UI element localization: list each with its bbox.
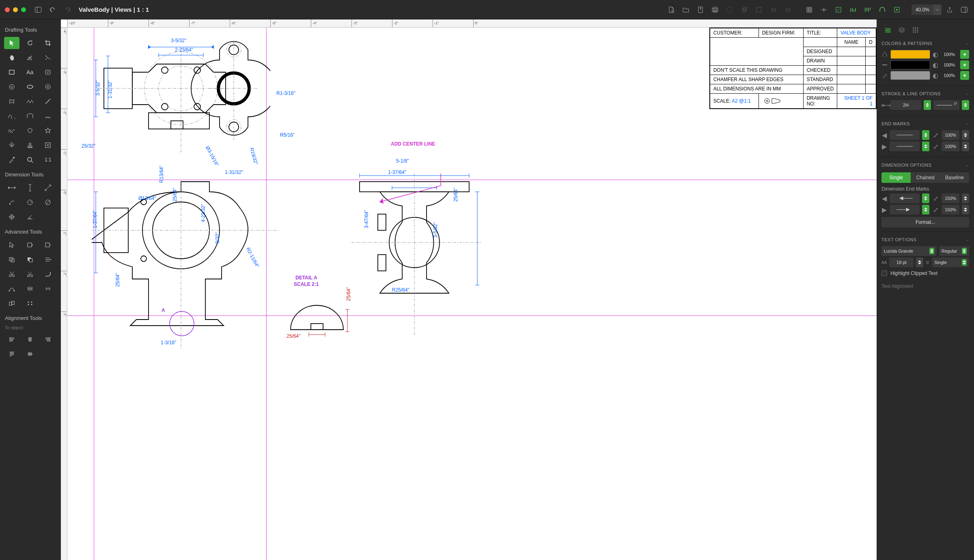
remove-point-tool[interactable] bbox=[40, 239, 56, 251]
align-left-tool[interactable] bbox=[4, 333, 19, 345]
end-marks-header[interactable]: END MARKS⌄ bbox=[881, 118, 969, 129]
radius-dim-tool[interactable] bbox=[22, 196, 38, 208]
break-tool[interactable] bbox=[22, 268, 38, 280]
union-tool[interactable] bbox=[4, 253, 19, 266]
dim-start-mark-stepper[interactable] bbox=[922, 193, 929, 203]
new-doc-button[interactable] bbox=[665, 3, 678, 16]
rotate-tool[interactable] bbox=[22, 37, 38, 49]
add-fill-button[interactable]: + bbox=[960, 50, 969, 59]
snap-button[interactable] bbox=[817, 3, 830, 16]
drawing-canvas[interactable]: -10"-9"-8"-7"-6"-5"-4"-3"-2"-1"0" -4"-3"… bbox=[61, 19, 877, 560]
dimension-mode-segmented[interactable]: Single Chained Baseline bbox=[881, 172, 969, 183]
font-size-input[interactable]: 18 pt bbox=[889, 257, 914, 267]
text-options-header[interactable]: TEXT OPTIONS⌄ bbox=[881, 234, 969, 245]
minimize-window-button[interactable] bbox=[13, 7, 18, 12]
line-spacing-select[interactable]: Single bbox=[932, 257, 969, 267]
join-tool[interactable] bbox=[4, 283, 19, 295]
wave2-button[interactable] bbox=[861, 3, 874, 16]
align-top-tool[interactable] bbox=[4, 348, 19, 360]
end-size-stepper[interactable] bbox=[962, 142, 969, 151]
zoom-selector[interactable]: 40.0% bbox=[912, 4, 942, 15]
vertical-dim-tool[interactable] bbox=[22, 182, 38, 194]
format-button[interactable]: Format... bbox=[881, 217, 969, 227]
zoom-tool[interactable] bbox=[22, 154, 38, 166]
center-mark-tool[interactable] bbox=[4, 211, 19, 223]
zoom-window-button[interactable] bbox=[21, 7, 26, 12]
actual-size-tool[interactable]: 1:1 bbox=[40, 154, 56, 166]
eyedropper-tool[interactable] bbox=[4, 154, 19, 166]
offset-tool[interactable] bbox=[40, 253, 56, 266]
align-center-h-tool[interactable] bbox=[22, 333, 38, 345]
share-button[interactable] bbox=[943, 3, 956, 16]
start-size-stepper[interactable] bbox=[962, 130, 969, 140]
diameter-dim-tool[interactable] bbox=[40, 196, 56, 208]
grid-tab[interactable] bbox=[909, 24, 922, 36]
add-point-tool[interactable] bbox=[22, 239, 38, 251]
select-tool[interactable] bbox=[4, 37, 19, 49]
zoom-dropdown-icon[interactable] bbox=[933, 4, 942, 15]
blob-tool[interactable] bbox=[22, 124, 38, 137]
cut-path-tool[interactable] bbox=[4, 268, 19, 280]
circle-r-tool[interactable]: R bbox=[40, 81, 56, 93]
print-button[interactable] bbox=[709, 3, 722, 16]
weight-stepper-arrows[interactable] bbox=[924, 100, 931, 110]
stroke-line-header[interactable]: STROKE & LINE OPTIONS⌄ bbox=[881, 88, 969, 99]
end-mark-select[interactable] bbox=[890, 142, 920, 151]
close-window-button[interactable] bbox=[5, 7, 10, 12]
skip-fwd-button[interactable] bbox=[782, 3, 795, 16]
stamp-tool[interactable] bbox=[22, 139, 38, 151]
end-mark-size[interactable]: 100% bbox=[942, 142, 959, 151]
link-tool[interactable] bbox=[40, 283, 56, 295]
hatch-tool[interactable] bbox=[4, 139, 19, 151]
linear-dim-tool[interactable] bbox=[4, 182, 19, 194]
add-stroke-button[interactable]: + bbox=[960, 60, 969, 69]
redo-button[interactable] bbox=[61, 3, 74, 16]
shadow-swatch[interactable] bbox=[890, 71, 930, 80]
scale-icon[interactable]: ⤢ bbox=[932, 195, 939, 202]
freehand-tool[interactable] bbox=[4, 124, 19, 137]
undo-button[interactable] bbox=[46, 3, 59, 16]
ellipse-tool[interactable] bbox=[22, 81, 38, 93]
dim-mode-baseline[interactable]: Baseline bbox=[940, 172, 969, 183]
dimension-options-header[interactable]: DIMENSION OPTIONS⌄ bbox=[881, 160, 969, 170]
subtract-tool[interactable] bbox=[22, 253, 38, 266]
cut-button[interactable] bbox=[723, 3, 736, 16]
align-right-tool[interactable] bbox=[40, 333, 56, 345]
save-button[interactable] bbox=[694, 3, 707, 16]
line-style-preview[interactable]: P bbox=[933, 100, 959, 110]
text-tool[interactable]: Aa bbox=[22, 66, 38, 78]
angle-tool[interactable]: 90 bbox=[22, 51, 38, 64]
delete-tool[interactable] bbox=[40, 139, 56, 151]
dim-end-mark-select[interactable] bbox=[890, 205, 920, 215]
skip-back-button[interactable] bbox=[767, 3, 780, 16]
spline-tool[interactable] bbox=[22, 110, 38, 122]
end-mark-stepper[interactable] bbox=[922, 142, 929, 151]
aligned-dim-tool[interactable] bbox=[40, 182, 56, 194]
open-button[interactable] bbox=[679, 3, 692, 16]
start-mark-select[interactable] bbox=[890, 130, 920, 140]
font-family-select[interactable]: Lucida Grande bbox=[881, 246, 937, 256]
dim-end-size-stepper[interactable] bbox=[962, 205, 969, 215]
polyline-tool[interactable] bbox=[22, 95, 38, 107]
align-middle-tool[interactable] bbox=[22, 348, 38, 360]
dim-mode-chained[interactable]: Chained bbox=[911, 172, 940, 183]
dim-end-size[interactable]: 150% bbox=[942, 205, 959, 215]
trim-tool[interactable] bbox=[40, 51, 56, 64]
dim-start-size-stepper[interactable] bbox=[962, 193, 969, 203]
paste-button[interactable] bbox=[752, 3, 765, 16]
font-style-select[interactable]: Regular bbox=[939, 246, 969, 256]
scale-icon[interactable]: ⤢ bbox=[932, 143, 939, 150]
arc-tool[interactable] bbox=[40, 110, 56, 122]
wave1-button[interactable] bbox=[847, 3, 860, 16]
leader-tool[interactable] bbox=[4, 196, 19, 208]
stroke-swatch[interactable] bbox=[890, 60, 930, 69]
dim-start-mark-select[interactable] bbox=[890, 193, 920, 203]
circle-d-tool[interactable]: D bbox=[4, 81, 19, 93]
array-tool[interactable] bbox=[22, 297, 38, 309]
box-check-button[interactable] bbox=[890, 3, 903, 16]
highlight-clipped-checkbox[interactable]: Highlight Clipped Text bbox=[881, 270, 969, 276]
fill-swatch[interactable] bbox=[890, 50, 930, 59]
sidebar-toggle-button[interactable] bbox=[32, 3, 45, 16]
angle-dim-tool[interactable] bbox=[22, 211, 38, 223]
star-tool[interactable] bbox=[40, 124, 56, 137]
